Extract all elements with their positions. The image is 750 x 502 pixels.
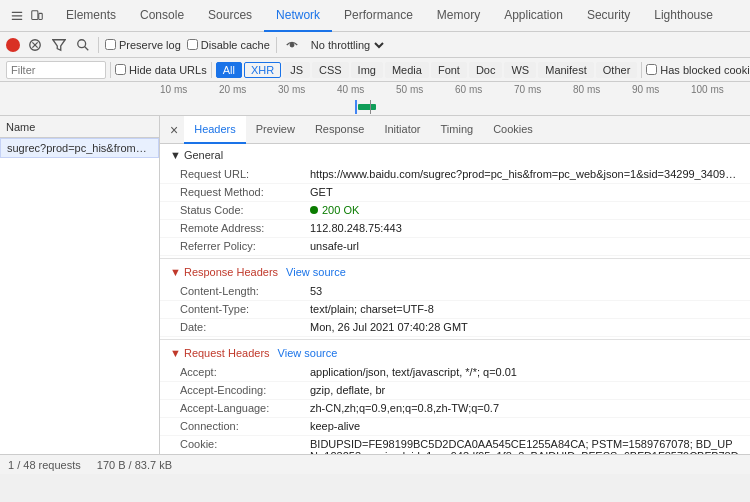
detail-content: ▼ General Request URL: https://www.baidu…: [160, 144, 750, 454]
disable-cache-checkbox[interactable]: Disable cache: [187, 39, 270, 51]
svg-rect-0: [12, 11, 23, 12]
content-type-label: Content-Type:: [180, 303, 310, 315]
content-length-label: Content-Length:: [180, 285, 310, 297]
svg-rect-2: [12, 18, 23, 19]
search-button[interactable]: [74, 36, 92, 54]
status-code-label: Status Code:: [180, 204, 310, 216]
close-detail-button[interactable]: ×: [164, 116, 184, 144]
content-length-value: 53: [310, 285, 740, 297]
response-headers-view-source[interactable]: View source: [286, 266, 346, 278]
filter-font[interactable]: Font: [431, 62, 467, 78]
timeline-bar: 10 ms 20 ms 30 ms 40 ms 50 ms 60 ms 70 m…: [0, 82, 750, 116]
filter-other[interactable]: Other: [596, 62, 638, 78]
filter-xhr[interactable]: XHR: [244, 62, 281, 78]
record-button[interactable]: [6, 38, 20, 52]
referrer-policy-value: unsafe-url: [310, 240, 740, 252]
filter-separator-3: [641, 62, 642, 78]
connection-value: keep-alive: [310, 420, 740, 432]
filter-types: All XHR JS CSS Img Media Font Doc WS Man…: [216, 62, 638, 78]
hide-data-urls-checkbox[interactable]: Hide data URLs: [115, 64, 207, 76]
timeline-ruler[interactable]: [0, 98, 750, 115]
filter-doc[interactable]: Doc: [469, 62, 503, 78]
timeline-labels: 10 ms 20 ms 30 ms 40 ms 50 ms 60 ms 70 m…: [0, 82, 750, 98]
filter-input[interactable]: [6, 61, 106, 79]
throttle-icon: [283, 36, 301, 54]
tick-30ms: 30 ms: [278, 84, 337, 95]
detail-tab-headers[interactable]: Headers: [184, 116, 246, 144]
detail-tab-response[interactable]: Response: [305, 116, 375, 144]
accept-language-row: Accept-Language: zh-CN,zh;q=0.9,en;q=0.8…: [160, 400, 750, 418]
accept-encoding-label: Accept-Encoding:: [180, 384, 310, 396]
filter-all[interactable]: All: [216, 62, 242, 78]
svg-rect-3: [32, 10, 38, 19]
tab-performance[interactable]: Performance: [332, 0, 425, 32]
status-bar: 1 / 48 requests 170 B / 83.7 kB: [0, 454, 750, 474]
accept-value: application/json, text/javascript, */*; …: [310, 366, 740, 378]
tick-20ms: 20 ms: [219, 84, 278, 95]
accept-row: Accept: application/json, text/javascrip…: [160, 364, 750, 382]
filter-js[interactable]: JS: [283, 62, 310, 78]
status-code-row: Status Code: 200 OK: [160, 202, 750, 220]
request-item[interactable]: sugrec?prod=pc_his&from=p...: [0, 138, 159, 158]
content-length-row: Content-Length: 53: [160, 283, 750, 301]
referrer-policy-label: Referrer Policy:: [180, 240, 310, 252]
request-method-row: Request Method: GET: [160, 184, 750, 202]
tab-lighthouse[interactable]: Lighthouse: [642, 0, 725, 32]
tick-70ms: 70 ms: [514, 84, 573, 95]
date-label: Date:: [180, 321, 310, 333]
accept-encoding-value: gzip, deflate, br: [310, 384, 740, 396]
request-headers-section-header[interactable]: ▼ Request Headers View source: [160, 342, 750, 364]
filter-media[interactable]: Media: [385, 62, 429, 78]
cookie-label: Cookie:: [180, 438, 310, 450]
tick-60ms: 60 ms: [455, 84, 514, 95]
filter-css[interactable]: CSS: [312, 62, 349, 78]
general-section-header[interactable]: ▼ General: [160, 144, 750, 166]
filter-button[interactable]: [50, 36, 68, 54]
detail-tab-initiator[interactable]: Initiator: [374, 116, 430, 144]
clear-button[interactable]: [26, 36, 44, 54]
devtools-tab-bar: Elements Console Sources Network Perform…: [0, 0, 750, 32]
network-toolbar: Preserve log Disable cache No throttling: [0, 32, 750, 58]
accept-language-label: Accept-Language:: [180, 402, 310, 414]
detail-tab-preview[interactable]: Preview: [246, 116, 305, 144]
request-list: Name sugrec?prod=pc_his&from=p...: [0, 116, 160, 454]
request-method-label: Request Method:: [180, 186, 310, 198]
filter-ws[interactable]: WS: [504, 62, 536, 78]
tick-50ms: 50 ms: [396, 84, 455, 95]
tab-security[interactable]: Security: [575, 0, 642, 32]
tick-90ms: 90 ms: [632, 84, 691, 95]
svg-marker-8: [53, 39, 65, 50]
tab-memory[interactable]: Memory: [425, 0, 492, 32]
devtools-menu-icon[interactable]: [8, 7, 26, 25]
response-headers-section-header[interactable]: ▼ Response Headers View source: [160, 261, 750, 283]
filter-manifest[interactable]: Manifest: [538, 62, 594, 78]
tab-console[interactable]: Console: [128, 0, 196, 32]
tick-80ms: 80 ms: [573, 84, 632, 95]
tab-sources[interactable]: Sources: [196, 0, 264, 32]
filter-img[interactable]: Img: [351, 62, 383, 78]
date-row: Date: Mon, 26 Jul 2021 07:40:28 GMT: [160, 319, 750, 337]
remote-address-row: Remote Address: 112.80.248.75:443: [160, 220, 750, 238]
request-list-header: Name: [0, 116, 159, 138]
device-toolbar-icon[interactable]: [28, 7, 46, 25]
tab-application[interactable]: Application: [492, 0, 575, 32]
accept-language-value: zh-CN,zh;q=0.9,en;q=0.8,zh-TW;q=0.7: [310, 402, 740, 414]
svg-rect-1: [12, 15, 23, 16]
detail-tabs: × Headers Preview Response Initiator Tim…: [160, 116, 750, 144]
section-divider-1: [160, 258, 750, 259]
tick-40ms: 40 ms: [337, 84, 396, 95]
has-blocked-cookies-checkbox[interactable]: Has blocked cookies: [646, 64, 750, 76]
accept-encoding-row: Accept-Encoding: gzip, deflate, br: [160, 382, 750, 400]
detail-tab-timing[interactable]: Timing: [431, 116, 484, 144]
throttle-select[interactable]: No throttling: [307, 38, 387, 52]
tab-network[interactable]: Network: [264, 0, 332, 32]
request-url-value: https://www.baidu.com/sugrec?prod=pc_his…: [310, 168, 740, 180]
request-url-row: Request URL: https://www.baidu.com/sugre…: [160, 166, 750, 184]
tab-elements[interactable]: Elements: [54, 0, 128, 32]
request-headers-view-source[interactable]: View source: [278, 347, 338, 359]
section-divider-2: [160, 339, 750, 340]
detail-tab-cookies[interactable]: Cookies: [483, 116, 543, 144]
date-value: Mon, 26 Jul 2021 07:40:28 GMT: [310, 321, 740, 333]
accept-label: Accept:: [180, 366, 310, 378]
preserve-log-checkbox[interactable]: Preserve log: [105, 39, 181, 51]
